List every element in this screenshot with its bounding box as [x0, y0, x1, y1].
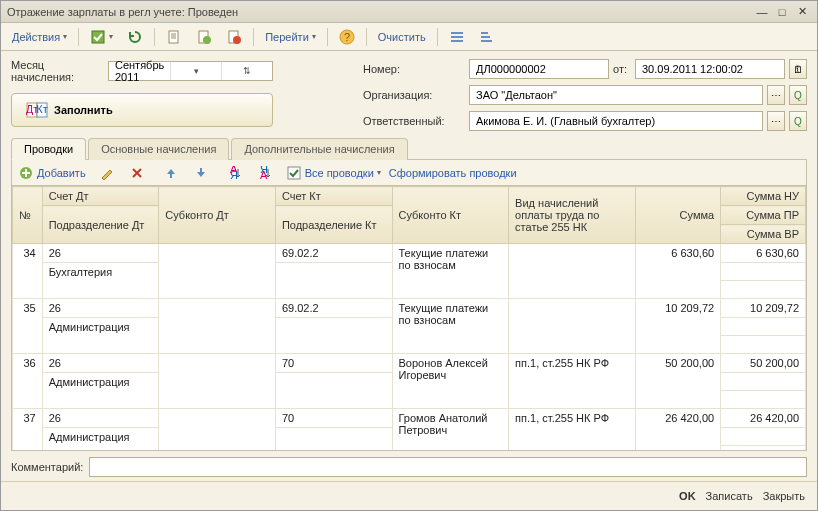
tab-entries[interactable]: Проводки	[11, 138, 86, 160]
move-down-icon[interactable]	[188, 163, 214, 183]
col-dept-dt[interactable]: Подразделение Дт	[42, 206, 159, 244]
resp-choose-icon[interactable]: ⋯	[767, 111, 785, 131]
ok-button[interactable]: OK	[679, 490, 696, 502]
goto-menu[interactable]: Перейти ▾	[260, 27, 321, 47]
svg-rect-11	[481, 32, 488, 34]
tabs: Проводки Основные начисления Дополнитель…	[11, 137, 807, 160]
svg-point-3	[203, 36, 211, 44]
table-row[interactable]: 352669.02.2Текущие платежи по взносам10 …	[13, 299, 806, 318]
resp-open-icon[interactable]: Q	[789, 111, 807, 131]
col-dept-kt[interactable]: Подразделение Кт	[275, 206, 392, 244]
add-row-button[interactable]: Добавить	[18, 165, 86, 181]
sort-asc-icon[interactable]: AЯ	[222, 163, 248, 183]
window-title: Отражение зарплаты в регл учете: Проведе…	[7, 6, 751, 18]
edit-row-icon[interactable]	[94, 163, 120, 183]
col-subk-dt[interactable]: Субконто Дт	[159, 187, 276, 244]
org-label: Организация:	[363, 89, 463, 101]
svg-rect-0	[92, 31, 104, 43]
period-stepper-icon[interactable]: ⇅	[221, 62, 272, 80]
list-icon[interactable]	[444, 27, 470, 47]
date-picker-icon[interactable]: 🗓	[789, 59, 807, 79]
clear-button[interactable]: Очистить	[373, 27, 431, 47]
post-icon[interactable]: ▾	[85, 27, 118, 47]
col-sum[interactable]: Сумма	[636, 187, 721, 244]
date-field[interactable]: 30.09.2011 12:00:02	[635, 59, 785, 79]
number-field[interactable]: ДЛ000000002	[469, 59, 609, 79]
number-label: Номер:	[363, 63, 463, 75]
org-open-icon[interactable]: Q	[789, 85, 807, 105]
svg-text:Я: Я	[230, 169, 238, 180]
period-value: Сентябрь 2011	[109, 59, 170, 83]
doc-cancel-icon[interactable]	[221, 27, 247, 47]
col-kind[interactable]: Вид начислений оплаты труда по статье 25…	[509, 187, 636, 244]
period-label: Месяц начисления:	[11, 59, 102, 83]
svg-rect-12	[481, 36, 490, 38]
from-label: от:	[613, 63, 627, 75]
help-icon[interactable]: ?	[334, 27, 360, 47]
svg-rect-10	[451, 40, 463, 42]
checkbox-icon	[286, 165, 302, 181]
period-dropdown-icon[interactable]: ▾	[170, 62, 221, 80]
period-input[interactable]: Сентябрь 2011 ▾ ⇅	[108, 61, 273, 81]
doc-post-icon[interactable]	[191, 27, 217, 47]
svg-rect-23	[288, 167, 300, 179]
col-sum-vr[interactable]: Сумма ВР	[721, 225, 806, 244]
fill-label: Заполнить	[54, 104, 113, 116]
org-field[interactable]: ЗАО "Дельтаон"	[469, 85, 763, 105]
comment-input[interactable]	[89, 457, 807, 477]
refresh-icon[interactable]	[122, 27, 148, 47]
entries-grid[interactable]: № Счет Дт Субконто Дт Счет Кт Субконто К…	[11, 186, 807, 451]
col-no[interactable]: №	[13, 187, 43, 244]
col-acct-dt[interactable]: Счет Дт	[42, 187, 159, 206]
main-toolbar: Действия ▾ ▾ Перейти ▾ ? Очистить	[1, 23, 817, 51]
org-choose-icon[interactable]: ⋯	[767, 85, 785, 105]
fill-button[interactable]: ДтКт Заполнить	[11, 93, 273, 127]
comment-label: Комментарий:	[11, 461, 83, 473]
delete-row-icon[interactable]	[124, 163, 150, 183]
svg-rect-9	[451, 36, 463, 38]
comment-row: Комментарий:	[11, 457, 807, 477]
col-sum-pr[interactable]: Сумма ПР	[721, 206, 806, 225]
col-acct-kt[interactable]: Счет Кт	[275, 187, 392, 206]
col-subk-kt[interactable]: Субконто Кт	[392, 187, 509, 244]
document-icon[interactable]	[161, 27, 187, 47]
svg-text:?: ?	[344, 31, 350, 43]
button-bar: OK Записать Закрыть	[1, 481, 817, 510]
close-window-button[interactable]: ✕	[793, 5, 811, 19]
resp-field[interactable]: Акимова Е. И. (Главный бухгалтер)	[469, 111, 763, 131]
plus-icon	[18, 165, 34, 181]
list-sort-icon[interactable]	[474, 27, 500, 47]
move-up-icon[interactable]	[158, 163, 184, 183]
tab-main-accruals[interactable]: Основные начисления	[88, 138, 229, 160]
maximize-button[interactable]: □	[773, 5, 791, 19]
col-sum-nu[interactable]: Сумма НУ	[721, 187, 806, 206]
minimize-button[interactable]: —	[753, 5, 771, 19]
table-row[interactable]: 342669.02.2Текущие платежи по взносам6 6…	[13, 244, 806, 263]
actions-menu[interactable]: Действия ▾	[7, 27, 72, 47]
svg-point-5	[233, 36, 241, 44]
svg-text:A: A	[260, 169, 268, 180]
svg-rect-8	[451, 32, 463, 34]
svg-rect-1	[169, 31, 178, 43]
fill-icon: ДтКт	[26, 100, 48, 120]
tab-extra-accruals[interactable]: Дополнительные начисления	[231, 138, 407, 160]
sort-desc-icon[interactable]: ЯA	[252, 163, 278, 183]
svg-rect-13	[481, 40, 492, 42]
period-row: Месяц начисления: Сентябрь 2011 ▾ ⇅	[11, 59, 273, 83]
grid-toolbar: Добавить AЯ ЯA Все проводки ▾ Сформирова…	[11, 160, 807, 186]
table-row[interactable]: 362670Воронов Алексей Игоревичпп.1, ст.2…	[13, 354, 806, 373]
save-button[interactable]: Записать	[706, 490, 753, 502]
content-area: Месяц начисления: Сентябрь 2011 ▾ ⇅ ДтКт…	[1, 51, 817, 481]
close-button[interactable]: Закрыть	[763, 490, 805, 502]
table-row[interactable]: 372670Громов Анатолий Петровичпп.1, ст.2…	[13, 409, 806, 428]
resp-label: Ответственный:	[363, 115, 463, 127]
titlebar: Отражение зарплаты в регл учете: Проведе…	[1, 1, 817, 23]
svg-text:Кт: Кт	[36, 103, 47, 115]
all-entries-toggle[interactable]: Все проводки ▾	[286, 165, 381, 181]
generate-entries-button[interactable]: Сформировать проводки	[389, 167, 517, 179]
